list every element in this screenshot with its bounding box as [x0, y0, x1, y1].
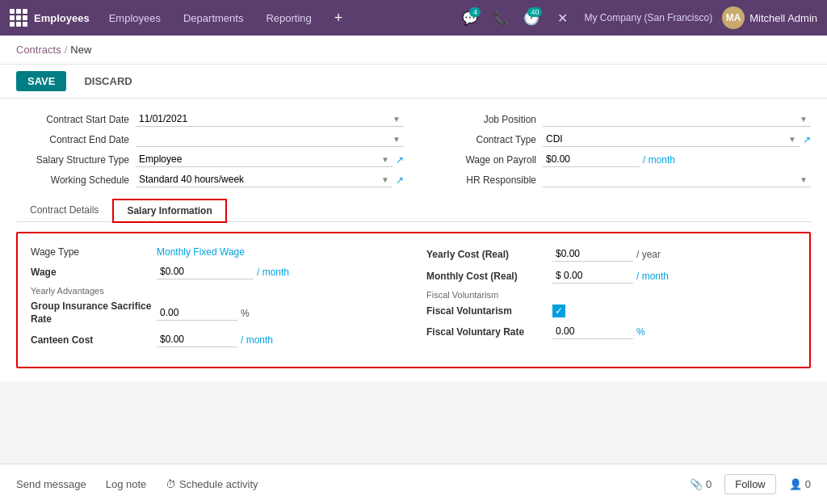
group-insurance-field: Group Insurance Sacrifice Rate 0.00 % — [31, 300, 401, 326]
user-menu[interactable]: MA Mitchell Admin — [722, 6, 817, 29]
fiscal-voluntarism-field: Fiscal Voluntarism ✓ — [426, 304, 796, 317]
working-schedule-input[interactable]: Standard 40 hours/week — [136, 172, 393, 187]
canteen-cost-field: Canteen Cost $0.00 / month — [31, 332, 401, 347]
contract-end-date-input[interactable] — [136, 132, 404, 147]
wage-type-label: Wage Type — [31, 246, 152, 258]
contract-end-date-label: Contract End Date — [16, 134, 129, 145]
wage-type-value[interactable]: Monthly Fixed Wage — [157, 246, 245, 258]
working-schedule-field: Working Schedule Standard 40 hours/week … — [16, 172, 404, 187]
breadcrumb-sep: / — [65, 44, 68, 56]
fiscal-voluntarism-header: Fiscal Voluntarism — [426, 290, 796, 300]
nav-reporting[interactable]: Reporting — [256, 7, 321, 29]
topnav-icons: 💬 4 📞 🕐 40 ✕ — [458, 6, 574, 30]
salary-structure-type-label: Salary Structure Type — [16, 154, 129, 166]
discard-button[interactable]: DISCARD — [73, 71, 143, 91]
yearly-advantages-header: Yearly Advantages — [31, 286, 401, 296]
form-col-right: Job Position ▼ Contract Type CDI ▼ ↗ — [423, 111, 811, 192]
chat-badge: 4 — [469, 7, 481, 17]
salary-structure-ext-link[interactable]: ↗ — [396, 154, 404, 166]
salary-structure-type-input[interactable]: Employee — [136, 152, 393, 167]
activity-icon-btn[interactable]: 🕐 40 — [519, 6, 544, 30]
contract-type-label: Contract Type — [423, 134, 536, 145]
nav-departments[interactable]: Departments — [174, 7, 253, 29]
chat-icon-btn[interactable]: 💬 4 — [458, 6, 482, 30]
form-col-left: Contract Start Date 11/01/2021 ▼ Contrac… — [16, 111, 404, 192]
canteen-cost-unit: / month — [241, 334, 273, 346]
wage-on-payroll-unit: / month — [643, 154, 675, 166]
save-button[interactable]: SAVE — [16, 71, 66, 91]
contract-type-field: Contract Type CDI ▼ ↗ — [423, 132, 811, 147]
activity-badge: 40 — [527, 7, 542, 17]
contract-start-date-field: Contract Start Date 11/01/2021 ▼ — [16, 111, 404, 127]
fiscal-voluntary-rate-input[interactable]: 0.00 — [552, 324, 633, 339]
tabs-bar: Contract Details Salary Information — [16, 199, 811, 222]
tab-salary-information[interactable]: Salary Information — [112, 199, 226, 223]
monthly-cost-unit: / month — [636, 271, 669, 282]
wage-input[interactable]: $0.00 — [157, 264, 254, 279]
fiscal-voluntary-rate-unit: % — [636, 326, 645, 338]
salary-structure-type-field: Salary Structure Type Employee ▼ ↗ — [16, 152, 404, 167]
company-label: My Company (San Francisco) — [584, 12, 712, 23]
job-position-input[interactable] — [543, 111, 811, 127]
fiscal-voluntarism-checkbox[interactable]: ✓ — [552, 304, 565, 317]
breadcrumb-current: New — [70, 44, 91, 56]
hr-responsible-input[interactable] — [543, 172, 811, 187]
nav-employees[interactable]: Employees — [99, 7, 170, 29]
salary-col-right: Yearly Cost (Real) $0.00 / year Monthly … — [426, 246, 796, 354]
group-insurance-input[interactable]: 0.00 — [157, 305, 237, 321]
breadcrumb-parent[interactable]: Contracts — [16, 44, 61, 56]
phone-icon-btn[interactable]: 📞 — [489, 6, 513, 30]
wage-field: Wage $0.00 / month — [31, 264, 401, 279]
job-position-field: Job Position ▼ — [423, 111, 811, 127]
wage-on-payroll-input[interactable]: $0.00 — [543, 152, 640, 167]
salary-information-section: Wage Type Monthly Fixed Wage Wage $0.00 … — [16, 232, 811, 368]
yearly-cost-unit: / year — [636, 249, 661, 260]
wage-on-payroll-label: Wage on Payroll — [423, 154, 536, 166]
contract-start-date-label: Contract Start Date — [16, 114, 129, 125]
working-schedule-ext-link[interactable]: ↗ — [396, 174, 404, 186]
job-position-label: Job Position — [423, 114, 536, 125]
hr-responsible-field: HR Responsible ▼ — [423, 172, 811, 187]
monthly-cost-field: Monthly Cost (Real) $ 0.00 / month — [426, 268, 796, 284]
canteen-cost-label: Canteen Cost — [31, 334, 152, 346]
top-navigation: Employees Employees Departments Reportin… — [0, 0, 827, 36]
form-container: Contract Start Date 11/01/2021 ▼ Contrac… — [0, 99, 827, 381]
salary-col-left: Wage Type Monthly Fixed Wage Wage $0.00 … — [31, 246, 401, 354]
tab-contract-details[interactable]: Contract Details — [16, 199, 112, 222]
yearly-cost-label: Yearly Cost (Real) — [426, 249, 548, 260]
monthly-cost-label: Monthly Cost (Real) — [426, 271, 548, 282]
avatar: MA — [722, 6, 745, 29]
nav-add[interactable]: + — [325, 5, 353, 32]
brand-label: Employees — [34, 12, 90, 24]
fiscal-voluntarism-label: Fiscal Voluntarism — [426, 305, 548, 317]
group-insurance-label: Group Insurance Sacrifice Rate — [31, 300, 152, 326]
yearly-cost-input[interactable]: $0.00 — [552, 246, 633, 262]
group-insurance-unit: % — [241, 308, 250, 319]
hr-responsible-label: HR Responsible — [423, 174, 536, 186]
wage-type-field: Wage Type Monthly Fixed Wage — [31, 246, 401, 258]
fiscal-voluntary-rate-field: Fiscal Voluntary Rate 0.00 % — [426, 324, 796, 339]
wage-label: Wage — [31, 267, 152, 278]
yearly-cost-field: Yearly Cost (Real) $0.00 / year — [426, 246, 796, 262]
fiscal-voluntary-rate-label: Fiscal Voluntary Rate — [426, 326, 548, 338]
grid-icon — [10, 9, 27, 27]
close-icon-btn[interactable]: ✕ — [550, 6, 574, 30]
canteen-cost-input[interactable]: $0.00 — [157, 332, 237, 347]
contract-type-input[interactable]: CDI — [543, 132, 800, 147]
contract-type-ext-link[interactable]: ↗ — [803, 134, 811, 145]
wage-unit: / month — [257, 267, 289, 278]
contract-start-date-input[interactable]: 11/01/2021 — [136, 111, 404, 127]
working-schedule-label: Working Schedule — [16, 174, 129, 186]
brand[interactable]: Employees — [10, 9, 90, 27]
contract-end-date-field: Contract End Date ▼ — [16, 132, 404, 147]
breadcrumb: Contracts / New — [0, 36, 827, 65]
user-name: Mitchell Admin — [749, 12, 817, 24]
wage-on-payroll-field: Wage on Payroll $0.00 / month — [423, 152, 811, 167]
action-bar: SAVE DISCARD — [0, 65, 827, 99]
monthly-cost-input[interactable]: $ 0.00 — [552, 268, 633, 284]
